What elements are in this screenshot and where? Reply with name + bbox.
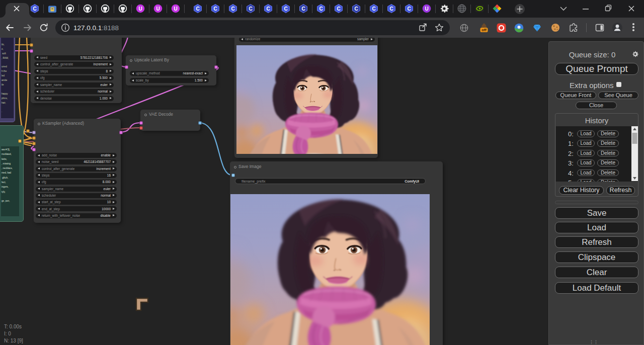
svg-text:C: C bbox=[266, 6, 270, 12]
svg-text:C: C bbox=[354, 6, 358, 12]
svg-text:U: U bbox=[138, 6, 142, 12]
svg-text:off: off bbox=[481, 28, 487, 32]
svg-text:C: C bbox=[372, 6, 375, 12]
svg-text:C: C bbox=[231, 6, 234, 12]
svg-text:C: C bbox=[337, 6, 340, 12]
svg-text:C: C bbox=[213, 6, 217, 12]
svg-text:C: C bbox=[249, 6, 252, 12]
svg-text:C: C bbox=[407, 6, 411, 12]
svg-text:C: C bbox=[33, 6, 36, 12]
svg-text:U: U bbox=[425, 6, 428, 12]
svg-text:U: U bbox=[174, 6, 177, 12]
svg-text:U: U bbox=[156, 6, 159, 12]
svg-text:C: C bbox=[196, 6, 199, 12]
svg-text:C: C bbox=[284, 6, 287, 12]
svg-text:C: C bbox=[389, 6, 393, 12]
svg-text:C: C bbox=[301, 6, 305, 12]
svg-text:C: C bbox=[319, 6, 323, 12]
